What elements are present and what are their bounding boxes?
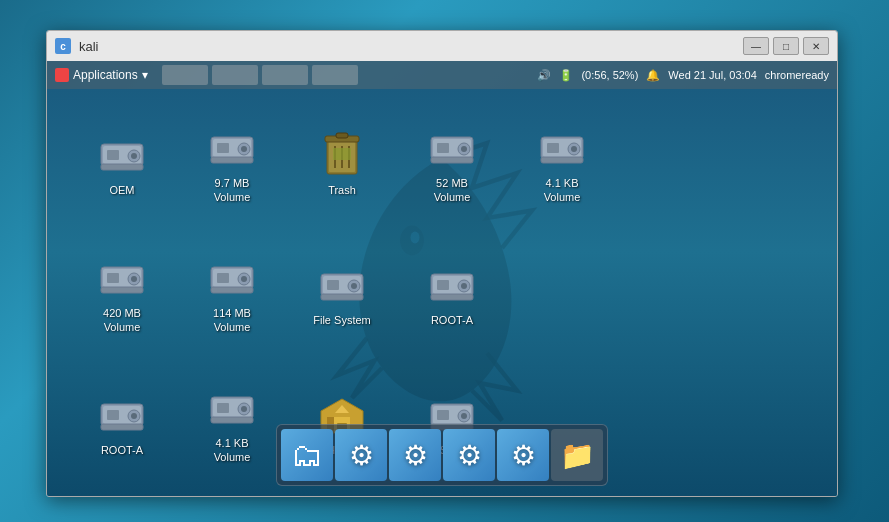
filesystem-icon-img bbox=[318, 261, 366, 309]
svg-rect-5 bbox=[101, 164, 143, 170]
icon-52mb[interactable]: 52 MBVolume bbox=[397, 99, 507, 229]
spacer-4 bbox=[312, 65, 358, 85]
svg-rect-60 bbox=[107, 410, 119, 420]
4kb-icon-img bbox=[538, 124, 586, 172]
svg-rect-49 bbox=[321, 294, 363, 300]
roota2-label: ROOT-A bbox=[101, 443, 143, 457]
settings2-icon: ⚙ bbox=[403, 439, 428, 472]
files-icon: 🗂 bbox=[291, 437, 323, 474]
svg-rect-61 bbox=[101, 424, 143, 430]
dock-settings1-button[interactable]: ⚙ bbox=[335, 429, 387, 481]
svg-rect-66 bbox=[217, 403, 229, 413]
battery-text: (0:56, 52%) bbox=[581, 69, 638, 81]
svg-rect-31 bbox=[541, 157, 583, 163]
oem-icon-img bbox=[98, 131, 146, 179]
svg-rect-67 bbox=[211, 417, 253, 423]
apps-arrow: ▾ bbox=[142, 68, 148, 82]
svg-rect-74 bbox=[437, 410, 449, 420]
icon-roota2[interactable]: ROOT-A bbox=[67, 359, 177, 489]
icon-4kb2[interactable]: 4.1 KBVolume bbox=[177, 359, 287, 489]
taskbar-spacers bbox=[162, 65, 358, 85]
roota-label: ROOT-A bbox=[431, 313, 473, 327]
svg-point-39 bbox=[131, 276, 137, 282]
dock-folder-button[interactable]: 📁 bbox=[551, 429, 603, 481]
4kb-label: 4.1 KBVolume bbox=[544, 176, 581, 205]
applications-label: Applications bbox=[73, 68, 138, 82]
dock-files-button[interactable]: 🗂 bbox=[281, 429, 333, 481]
roota2-icon-img bbox=[98, 391, 146, 439]
spacer-1 bbox=[162, 65, 208, 85]
svg-point-51 bbox=[351, 283, 357, 289]
dock-settings4-button[interactable]: ⚙ bbox=[497, 429, 549, 481]
114mb-label: 114 MBVolume bbox=[213, 306, 251, 335]
svg-rect-10 bbox=[217, 143, 229, 153]
icon-filesystem[interactable]: File System bbox=[287, 229, 397, 359]
svg-rect-25 bbox=[431, 157, 473, 163]
svg-rect-30 bbox=[547, 143, 559, 153]
trash-label: Trash bbox=[328, 183, 356, 197]
battery-icon: 🔋 bbox=[559, 69, 573, 82]
icon-roota[interactable]: ROOT-A bbox=[397, 229, 507, 359]
maximize-button[interactable]: □ bbox=[773, 37, 799, 55]
window-title: kali bbox=[79, 39, 735, 54]
taskbar: Applications ▾ 🔊 🔋 (0:56, 52%) 🔔 Wed 21 … bbox=[47, 61, 837, 89]
settings4-icon: ⚙ bbox=[511, 439, 536, 472]
9mb-label: 9.7 MBVolume bbox=[214, 176, 251, 205]
titlebar: c kali — □ ✕ bbox=[47, 31, 837, 61]
svg-rect-24 bbox=[437, 143, 449, 153]
minimize-button[interactable]: — bbox=[743, 37, 769, 55]
oem-label: OEM bbox=[109, 183, 134, 197]
svg-point-7 bbox=[131, 153, 137, 159]
app-icon: c bbox=[55, 38, 71, 54]
icon-trash[interactable]: Trash bbox=[287, 99, 397, 229]
svg-rect-21 bbox=[333, 148, 351, 160]
icon-empty1 bbox=[617, 99, 727, 229]
taskbar-right: 🔊 🔋 (0:56, 52%) 🔔 Wed 21 Jul, 03:04 chro… bbox=[537, 69, 829, 82]
apps-icon bbox=[55, 68, 69, 82]
svg-point-77 bbox=[461, 413, 467, 419]
9mb-icon-img bbox=[208, 124, 256, 172]
52mb-label: 52 MBVolume bbox=[434, 176, 471, 205]
applications-menu[interactable]: Applications ▾ bbox=[55, 68, 148, 82]
username: chromeready bbox=[765, 69, 829, 81]
dock-settings3-button[interactable]: ⚙ bbox=[443, 429, 495, 481]
svg-point-57 bbox=[461, 283, 467, 289]
volume-icon[interactable]: 🔊 bbox=[537, 69, 551, 82]
svg-point-63 bbox=[131, 413, 137, 419]
folder-icon: 📁 bbox=[560, 439, 595, 472]
desktop: OEM 9.7 MBVolume bbox=[47, 89, 837, 496]
svg-rect-54 bbox=[437, 280, 449, 290]
icon-oem[interactable]: OEM bbox=[67, 99, 177, 229]
svg-point-69 bbox=[241, 406, 247, 412]
114mb-icon-img bbox=[208, 254, 256, 302]
dock-settings2-button[interactable]: ⚙ bbox=[389, 429, 441, 481]
4kb2-icon-img bbox=[208, 384, 256, 432]
icon-420mb[interactable]: 420 MBVolume bbox=[67, 229, 177, 359]
icon-114mb[interactable]: 114 MBVolume bbox=[177, 229, 287, 359]
svg-rect-37 bbox=[101, 287, 143, 293]
app-icon-label: c bbox=[60, 41, 66, 52]
svg-rect-4 bbox=[107, 150, 119, 160]
svg-rect-55 bbox=[431, 294, 473, 300]
spacer-3 bbox=[262, 65, 308, 85]
svg-point-13 bbox=[241, 146, 247, 152]
settings1-icon: ⚙ bbox=[349, 439, 374, 472]
icon-4kb[interactable]: 4.1 KBVolume bbox=[507, 99, 617, 229]
roota-icon-img bbox=[428, 261, 476, 309]
svg-point-45 bbox=[241, 276, 247, 282]
icon-empty3 bbox=[617, 229, 727, 359]
svg-point-33 bbox=[571, 146, 577, 152]
close-button[interactable]: ✕ bbox=[803, 37, 829, 55]
svg-rect-48 bbox=[327, 280, 339, 290]
svg-rect-11 bbox=[211, 157, 253, 163]
52mb-icon-img bbox=[428, 124, 476, 172]
svg-rect-43 bbox=[211, 287, 253, 293]
settings3-icon: ⚙ bbox=[457, 439, 482, 472]
svg-rect-36 bbox=[107, 273, 119, 283]
420mb-icon-img bbox=[98, 254, 146, 302]
window-controls: — □ ✕ bbox=[743, 37, 829, 55]
bell-icon[interactable]: 🔔 bbox=[646, 69, 660, 82]
icon-9mb[interactable]: 9.7 MBVolume bbox=[177, 99, 287, 229]
icon-empty2 bbox=[507, 229, 617, 359]
4kb2-label: 4.1 KBVolume bbox=[214, 436, 251, 465]
